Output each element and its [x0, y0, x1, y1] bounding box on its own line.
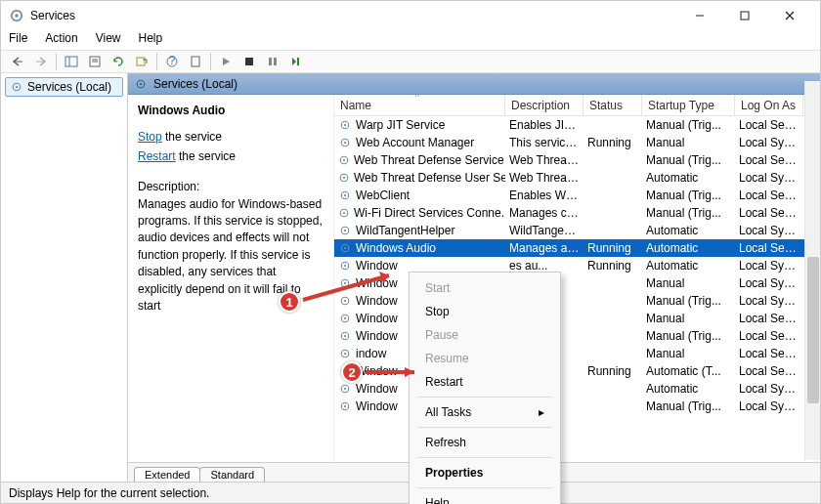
forward-button[interactable]	[30, 52, 52, 71]
table-row[interactable]: Web Account ManagerThis service ...Runni…	[334, 134, 820, 151]
cell-name: WildTangentHelper	[356, 224, 454, 237]
stop-service-button[interactable]	[238, 52, 260, 71]
ctx-stop[interactable]: Stop	[410, 300, 560, 323]
gear-icon	[338, 276, 352, 290]
gear-icon	[338, 171, 350, 185]
ctx-help[interactable]: Help	[410, 491, 560, 504]
cell-name: indow	[356, 347, 386, 360]
cell-startup: Manual	[642, 347, 735, 360]
cell-name: Web Threat Defense User Se...	[354, 171, 505, 185]
properties2-button[interactable]	[185, 52, 206, 71]
annotation-1: 1	[279, 291, 300, 313]
col-logon[interactable]: Log On As	[735, 95, 803, 115]
tree-item-label: Services (Local)	[27, 80, 111, 94]
titlebar: Services	[1, 1, 820, 30]
col-status[interactable]: Status	[583, 95, 642, 115]
svg-rect-20	[297, 58, 299, 65]
cell-desc: Manages au...	[505, 241, 583, 255]
cell-desc: This service ...	[505, 136, 583, 149]
scrollbar-thumb[interactable]	[807, 257, 819, 403]
cell-name: Web Account Manager	[356, 136, 474, 149]
col-startup[interactable]: Startup Type	[642, 95, 735, 115]
properties-button[interactable]	[84, 52, 106, 71]
column-headers: Name Description Status Startup Type Log…	[334, 95, 820, 116]
window-title: Services	[30, 9, 677, 22]
back-button[interactable]	[7, 52, 28, 71]
description-label: Description:	[138, 179, 324, 195]
table-row[interactable]: indowSVC n...ManualLocal Servi...	[334, 345, 820, 362]
cell-startup: Manual	[642, 276, 735, 290]
gear-icon	[338, 153, 350, 167]
cell-status: Running	[583, 364, 642, 378]
cell-status: Running	[583, 241, 642, 255]
start-service-button[interactable]	[215, 52, 237, 71]
table-row[interactable]: Wi-Fi Direct Services Conne...Manages co…	[334, 204, 820, 222]
svg-point-26	[344, 124, 346, 126]
ctx-all-tasks[interactable]: All Tasks▸	[410, 400, 560, 424]
svg-point-22	[16, 86, 18, 88]
col-name[interactable]: Name	[334, 95, 505, 115]
table-row[interactable]: Windowws E...Manual (Trig...Local Syste.…	[334, 398, 820, 415]
table-row[interactable]: Windowauto...RunningAutomatic (T...Local…	[334, 362, 820, 380]
ctx-restart[interactable]: Restart	[410, 370, 560, 394]
gear-icon	[10, 80, 23, 94]
ctx-properties[interactable]: Properties	[410, 461, 560, 484]
svg-point-1	[15, 14, 19, 18]
cell-logon: Local Servi...	[735, 312, 803, 325]
gear-icon	[338, 399, 352, 413]
cell-startup: Manual (Trig...	[642, 399, 735, 413]
vertical-scrollbar[interactable]	[804, 81, 820, 460]
gear-icon	[338, 241, 352, 255]
svg-point-56	[344, 388, 346, 390]
show-hide-tree-button[interactable]	[61, 52, 82, 71]
stop-link[interactable]: Stop	[138, 130, 162, 144]
help-button[interactable]: ?	[161, 52, 183, 71]
table-row[interactable]: Windows mul...ManualLocal Servi...	[334, 310, 820, 327]
cell-startup: Automatic	[642, 171, 735, 185]
minimize-button[interactable]	[677, 1, 722, 30]
menu-file[interactable]: File	[9, 31, 27, 45]
cell-desc: Enables JIT ...	[505, 118, 583, 132]
pause-service-button[interactable]	[262, 52, 283, 71]
table-row[interactable]: Windowors th...Manual (Trig...Local Serv…	[334, 327, 820, 345]
table-row[interactable]: Windows AudioManages au...RunningAutomat…	[334, 239, 820, 257]
chevron-right-icon: ▸	[539, 405, 544, 419]
table-row[interactable]: Windowes Wi...ManualLocal Syste...	[334, 274, 820, 292]
refresh-button[interactable]	[108, 52, 129, 71]
menu-action[interactable]: Action	[45, 31, 77, 45]
tree-item-services-local[interactable]: Services (Local)	[5, 77, 123, 97]
cell-startup: Manual (Trig...	[642, 118, 735, 132]
cell-startup: Manual (Trig...	[642, 294, 735, 308]
table-row[interactable]: Warp JIT ServiceEnables JIT ...Manual (T…	[334, 116, 820, 134]
restart-service-button[interactable]	[285, 52, 307, 71]
maximize-button[interactable]	[722, 1, 767, 30]
cell-logon: Local Syste...	[735, 224, 803, 237]
svg-rect-17	[245, 58, 253, 65]
menu-help[interactable]: Help	[139, 31, 163, 45]
col-description[interactable]: Description	[505, 95, 583, 115]
table-row[interactable]: Windowdow...Manual (Trig...Local Syste..…	[334, 292, 820, 310]
gear-icon	[338, 206, 350, 220]
tab-standard[interactable]: Standard	[199, 467, 265, 482]
tab-extended[interactable]: Extended	[134, 467, 200, 482]
table-row[interactable]: Windowws D...AutomaticLocal Syste...	[334, 380, 820, 398]
table-row[interactable]: WebClientEnables Win...Manual (Trig...Lo…	[334, 187, 820, 204]
cell-startup: Manual (Trig...	[642, 189, 735, 202]
close-button[interactable]	[767, 1, 812, 30]
table-row[interactable]: Web Threat Defense User Se...Web Threat …	[334, 169, 820, 187]
table-row[interactable]: Windowes au...RunningAutomaticLocal Syst…	[334, 257, 820, 274]
cell-logon: Local Servi...	[735, 206, 803, 220]
restart-link[interactable]: Restart	[138, 149, 176, 163]
svg-point-34	[344, 194, 346, 196]
cell-logon: Local Syste...	[735, 259, 803, 273]
cell-desc: Web Threat ...	[505, 171, 583, 185]
table-row[interactable]: WildTangentHelperWildTangen...AutomaticL…	[334, 222, 820, 239]
gear-icon	[134, 77, 148, 91]
cell-desc: Enables Win...	[505, 189, 583, 202]
export-button[interactable]	[131, 52, 152, 71]
cell-logon: Local Syste...	[735, 399, 803, 413]
menu-view[interactable]: View	[96, 31, 121, 45]
ctx-refresh[interactable]: Refresh	[410, 431, 560, 454]
table-row[interactable]: Web Threat Defense ServiceWeb Threat ...…	[334, 151, 820, 169]
panel-header-label: Services (Local)	[153, 77, 238, 91]
